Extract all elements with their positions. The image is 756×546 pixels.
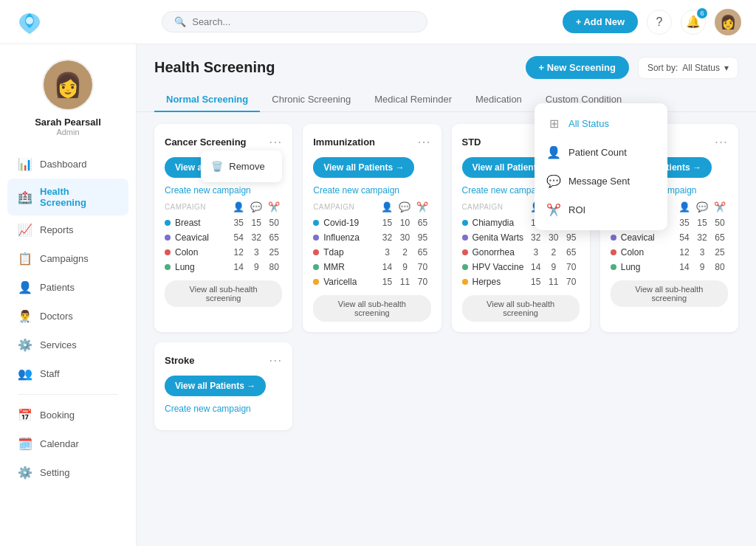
campaign-label: Covid-19 [323, 218, 359, 228]
trash-icon: 🗑️ [211, 161, 223, 172]
view-sub-screening-button[interactable]: View all sub-health screening [462, 295, 580, 322]
campaign-row: Genita Warts 32 30 95 [462, 230, 580, 245]
campaign-roi: 70 [563, 277, 580, 287]
roi-icon: ✂️ [546, 203, 561, 217]
tab-chronic-screening[interactable]: Chronic Screening [260, 88, 362, 112]
patient-col-icon: 👤 [676, 201, 693, 212]
campaign-name: Colon [165, 247, 229, 258]
search-bar[interactable]: 🔍 [162, 11, 427, 32]
campaign-row: Colon 12 3 25 [165, 245, 282, 260]
roi-col-icon: ✂️ [266, 201, 282, 212]
campaign-patient-count: 14 [528, 262, 544, 272]
campaign-dot [611, 249, 616, 255]
patient-col-icon: 👤 [379, 201, 396, 212]
sidebar-item-doctors[interactable]: 👨‍⚕️ Doctors [7, 302, 128, 331]
campaign-name: Herpes [462, 277, 526, 287]
dropdown-item-all-status[interactable]: ⊞ All Status [535, 109, 667, 138]
sidebar-item-staff[interactable]: 👥 Staff [7, 359, 128, 388]
user-avatar-sidebar: 👩 [42, 59, 94, 111]
dropdown-label: Message Sent [568, 176, 630, 187]
help-button[interactable]: ? [647, 10, 672, 35]
tab-medical-reminder[interactable]: Medical Reminder [362, 88, 464, 112]
view-patients-button[interactable]: View all Patients → [313, 157, 414, 178]
campaign-message-count: 32 [248, 232, 264, 243]
campaign-name: Tdap [313, 247, 377, 258]
campaign-label: Herpes [472, 277, 501, 287]
card-options-button[interactable]: ··· [417, 134, 430, 150]
popup-remove-item[interactable]: 🗑️ Remove [201, 155, 282, 178]
campaign-row: Covid-19 15 10 65 [313, 215, 430, 230]
sidebar-item-dashboard[interactable]: 📊 Dashboard [7, 150, 128, 179]
dropdown-label: All Status [568, 118, 609, 129]
campaign-dot [165, 264, 171, 270]
campaign-col-label: CAMPAIGN [313, 203, 377, 211]
campaign-row: Colon 12 3 25 [611, 245, 728, 260]
sidebar-item-reports[interactable]: 📈 Reports [7, 215, 128, 244]
view-sub-screening-button[interactable]: View all sub-health screening [165, 280, 282, 307]
card-options-button[interactable]: ··· [269, 134, 282, 150]
campaign-roi: 95 [415, 232, 431, 243]
card-options-button[interactable]: ··· [715, 134, 728, 150]
notification-button[interactable]: 🔔 6 [681, 10, 706, 35]
campaign-col-label: CAMPAIGN [462, 203, 526, 211]
card-options-button[interactable]: ··· [269, 353, 282, 368]
new-screening-button[interactable]: + New Screening [526, 56, 629, 79]
campaign-patient-count: 15 [379, 218, 396, 228]
campaign-label: Tdap [323, 247, 343, 258]
view-sub-screening-button[interactable]: View all sub-health screening [313, 295, 430, 322]
view-patients-button[interactable]: View all Patients → [165, 376, 266, 396]
campaign-name: Genita Warts [462, 232, 526, 243]
create-campaign-link[interactable]: Create new campaign [165, 404, 282, 414]
campaign-dot [313, 220, 319, 226]
campaign-dot [462, 279, 468, 285]
campaign-label: Varicella [323, 277, 357, 287]
create-campaign-link[interactable]: Create new campaign [313, 185, 430, 196]
campaign-dot [462, 249, 468, 255]
user-avatar-top[interactable]: 👩 [715, 9, 741, 35]
notification-badge: 6 [697, 8, 707, 18]
sidebar-item-setting[interactable]: ⚙️ Setting [7, 458, 128, 487]
campaign-dot [611, 264, 616, 270]
sidebar-item-label: Staff [40, 368, 60, 379]
tab-normal-screening[interactable]: Normal Screening [154, 88, 260, 112]
campaign-dot [462, 220, 468, 226]
sidebar-item-label: Booking [40, 410, 75, 421]
campaign-roi: 65 [266, 232, 282, 243]
sidebar-item-label: Dashboard [40, 159, 87, 170]
dropdown-item-roi[interactable]: ✂️ ROI [535, 196, 667, 224]
create-campaign-link[interactable]: Create new campaign [165, 185, 282, 196]
sidebar-item-services[interactable]: ⚙️ Services [7, 331, 128, 359]
campaign-message-count: 32 [694, 232, 710, 243]
campaign-dot [313, 235, 319, 241]
card-header: Stroke ··· [165, 353, 282, 368]
campaign-row: Lung 14 9 80 [165, 260, 282, 274]
campaign-patient-count: 54 [230, 232, 247, 243]
search-input[interactable] [192, 16, 415, 27]
add-new-button[interactable]: + Add New [563, 10, 638, 33]
sidebar-item-health-screening[interactable]: 🏥 Health Screening [7, 179, 128, 215]
campaign-label: Influenza [323, 232, 360, 243]
dropdown-item-patient-count[interactable]: 👤 Patient Count [535, 138, 667, 167]
tab-medication[interactable]: Medication [464, 88, 534, 112]
topnav: 🔍 + Add New ? 🔔 6 👩 [0, 0, 756, 44]
booking-icon: 📅 [18, 408, 32, 422]
sidebar-item-patients[interactable]: 👤 Patients [7, 273, 128, 302]
campaign-roi: 50 [266, 218, 282, 228]
sidebar-item-label: Services [40, 339, 77, 350]
campaign-name: Lung [165, 262, 229, 272]
campaign-row: Herpes 15 11 70 [462, 274, 580, 289]
campaign-roi: 65 [415, 247, 431, 258]
view-sub-screening-button[interactable]: View all sub-health screening [611, 280, 728, 307]
campaign-name: Covid-19 [313, 218, 377, 228]
sidebar-user-name: Sarah Pearsall [35, 117, 101, 128]
sidebar-item-booking[interactable]: 📅 Booking [7, 401, 128, 429]
campaign-message-count: 15 [248, 218, 264, 228]
campaign-patient-count: 14 [230, 262, 247, 272]
sort-button[interactable]: Sort by: All Status ▾ [638, 57, 738, 79]
screening-card-1: Immunization ··· View all Patients → Cre… [303, 124, 441, 332]
dropdown-item-message-sent[interactable]: 💬 Message Sent [535, 167, 667, 196]
sidebar-item-campaigns[interactable]: 📋 Campaigns [7, 244, 128, 273]
campaign-name: MMR [313, 262, 377, 272]
campaign-roi: 80 [712, 262, 728, 272]
sidebar-item-calendar[interactable]: 🗓️ Calendar [7, 429, 128, 458]
